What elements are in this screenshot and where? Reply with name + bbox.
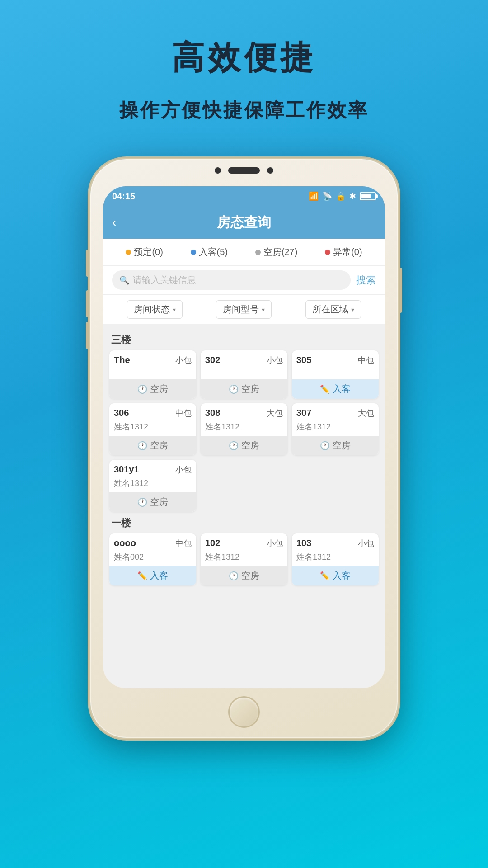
person-icon-103: ✏️ <box>320 571 330 581</box>
page-title-main: 高效便捷 <box>172 36 316 80</box>
floor-label-1: 一楼 <box>111 516 377 530</box>
filter-room-status[interactable]: 房间状态 ▾ <box>127 300 183 319</box>
room-card-301y1[interactable]: 301y1 小包 姓名1312 🕐 空房 <box>109 460 196 512</box>
status-bar: 04:15 📶 📡 🔒 ✱ <box>103 186 385 206</box>
page-subtitle: 操作方便快捷保障工作效率 <box>119 98 369 123</box>
room-status-label-306: 空房 <box>150 439 168 452</box>
home-button[interactable] <box>228 696 260 728</box>
room-card-oooo[interactable]: oooo 中包 姓名002 ✏️ 入客 <box>109 533 196 585</box>
filter-room-area[interactable]: 所在区域 ▾ <box>305 300 361 319</box>
room-grid-3f-1: The 小包 🕐 空房 302 小包 🕐 <box>109 350 379 399</box>
room-list: 三楼 The 小包 🕐 空房 302 <box>103 324 385 688</box>
search-button[interactable]: 搜索 <box>356 274 376 287</box>
room-status-305: ✏️ 入客 <box>292 379 379 399</box>
person-icon-oooo: ✏️ <box>137 571 147 581</box>
chevron-down-icon-0: ▾ <box>173 306 176 313</box>
room-card-302[interactable]: 302 小包 🕐 空房 <box>201 350 287 399</box>
filter-type-label: 房间型号 <box>223 303 259 316</box>
clock-icon-301y1: 🕐 <box>137 497 147 507</box>
filter-room-type[interactable]: 房间型号 ▾ <box>216 300 272 319</box>
status-icons: 📶 📡 🔒 ✱ <box>309 191 376 201</box>
room-status-308: 🕐 空房 <box>201 436 287 455</box>
room-status-label-305: 入客 <box>333 383 351 395</box>
header-title: 房态查询 <box>217 213 271 232</box>
room-status-102: 🕐 空房 <box>201 566 287 585</box>
dot-empty <box>255 250 261 255</box>
clock-icon-306: 🕐 <box>137 441 147 451</box>
legend-empty: 空房(27) <box>255 246 298 258</box>
room-grid-1f: oooo 中包 姓名002 ✏️ 入客 102 小包 姓名1312 <box>109 533 379 585</box>
room-status-oooo: ✏️ 入客 <box>109 566 196 585</box>
back-button[interactable]: ‹ <box>112 215 116 230</box>
clock-icon-307: 🕐 <box>320 441 330 451</box>
room-card-102[interactable]: 102 小包 姓名1312 🕐 空房 <box>201 533 287 585</box>
legend-reserved-label: 预定(0) <box>134 246 163 258</box>
sensor <box>215 167 221 174</box>
clock-icon: 🕐 <box>137 384 147 394</box>
wifi-icon: 📡 <box>322 191 332 201</box>
room-guest <box>109 368 196 379</box>
room-card-103[interactable]: 103 小包 姓名1312 ✏️ 入客 <box>292 533 379 585</box>
dot-reserved <box>126 250 131 255</box>
dot-abnormal <box>325 250 330 255</box>
person-icon-305: ✏️ <box>320 384 330 394</box>
clock-icon-308: 🕐 <box>229 441 239 451</box>
room-status-301y1: 🕐 空房 <box>109 492 196 512</box>
signal-icon: 📶 <box>309 191 319 201</box>
room-status-label-302: 空房 <box>241 383 259 395</box>
search-placeholder: 请输入关键信息 <box>133 274 196 286</box>
room-card-top: The 小包 <box>109 350 196 368</box>
room-status-label-301y1: 空房 <box>150 496 168 508</box>
room-status-label: 空房 <box>150 383 168 395</box>
battery-indicator <box>360 192 376 200</box>
room-status-label-oooo: 入客 <box>150 570 168 582</box>
status-legend: 预定(0) 入客(5) 空房(27) 异常(0) <box>103 239 385 265</box>
app-header: ‹ 房态查询 <box>103 206 385 239</box>
legend-empty-label: 空房(27) <box>263 246 298 258</box>
phone-screen: 04:15 📶 📡 🔒 ✱ ‹ 房态查询 预定(0) <box>103 186 385 688</box>
search-input-wrap[interactable]: 🔍 请输入关键信息 <box>112 270 351 290</box>
chevron-down-icon-2: ▾ <box>351 306 354 313</box>
search-row: 🔍 请输入关键信息 搜索 <box>103 265 385 294</box>
room-number: The <box>114 355 130 366</box>
filter-row: 房间状态 ▾ 房间型号 ▾ 所在区域 ▾ <box>103 294 385 324</box>
phone-container: 04:15 📶 📡 🔒 ✱ ‹ 房态查询 预定(0) <box>90 159 398 738</box>
clock-icon-102: 🕐 <box>229 571 239 581</box>
phone-top <box>215 167 273 174</box>
room-status-103: ✏️ 入客 <box>292 566 379 585</box>
room-grid-3f-3: 301y1 小包 姓名1312 🕐 空房 <box>109 460 379 512</box>
clock-icon-302: 🕐 <box>229 384 239 394</box>
room-grid-3f-2: 306 中包 姓名1312 🕐 空房 308 大包 姓名1312 <box>109 403 379 455</box>
bluetooth-icon: ✱ <box>349 191 356 201</box>
dot-checkin <box>191 250 196 255</box>
legend-abnormal: 异常(0) <box>325 246 362 258</box>
legend-abnormal-label: 异常(0) <box>333 246 362 258</box>
room-card-the[interactable]: The 小包 🕐 空房 <box>109 350 196 399</box>
floor-label-3: 三楼 <box>111 333 377 347</box>
legend-reserved: 预定(0) <box>126 246 163 258</box>
room-status-307: 🕐 空房 <box>292 436 379 455</box>
search-icon: 🔍 <box>119 275 129 285</box>
room-status-label-308: 空房 <box>241 439 259 452</box>
room-status-306: 🕐 空房 <box>109 436 196 455</box>
battery-fill <box>361 194 371 198</box>
room-card-307[interactable]: 307 大包 姓名1312 🕐 空房 <box>292 403 379 455</box>
room-card-306[interactable]: 306 中包 姓名1312 🕐 空房 <box>109 403 196 455</box>
room-type: 小包 <box>175 355 192 366</box>
room-status-label-102: 空房 <box>241 570 259 582</box>
filter-area-label: 所在区域 <box>312 303 348 316</box>
room-status-label-103: 入客 <box>333 570 351 582</box>
speaker <box>228 167 260 174</box>
status-time: 04:15 <box>112 191 135 202</box>
filter-status-label: 房间状态 <box>134 303 170 316</box>
chevron-down-icon-1: ▾ <box>262 306 265 313</box>
lock-icon: 🔒 <box>336 191 346 201</box>
room-card-305[interactable]: 305 中包 ✏️ 入客 <box>292 350 379 399</box>
room-card-308[interactable]: 308 大包 姓名1312 🕐 空房 <box>201 403 287 455</box>
legend-checkin-label: 入客(5) <box>199 246 228 258</box>
legend-checkin: 入客(5) <box>191 246 228 258</box>
room-status: 🕐 空房 <box>109 379 196 399</box>
room-status-302: 🕐 空房 <box>201 379 287 399</box>
camera <box>267 167 273 174</box>
room-status-label-307: 空房 <box>333 439 351 452</box>
